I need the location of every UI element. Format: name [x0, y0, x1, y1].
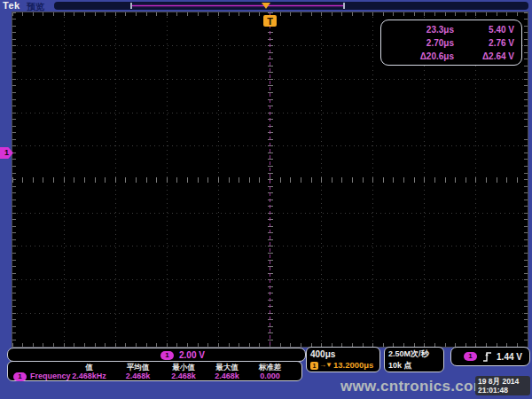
svg-text:T: T: [267, 16, 273, 27]
cursor-b-time: 2.70μs: [383, 36, 454, 50]
record-view-strip[interactable]: [54, 2, 528, 10]
measurement-min: 2.468k: [162, 372, 205, 381]
measurement-value: 2.468kHz: [65, 372, 113, 381]
acquisition-readout-button[interactable]: 2.50M次/秒 10k 点: [384, 347, 444, 372]
cursor-a-voltage: 5.40 V: [454, 23, 514, 36]
horizontal-scale-value: 400μs: [310, 348, 376, 360]
trigger-source-badge: 1: [464, 352, 477, 361]
date-value: 19 8月 2014: [478, 377, 528, 386]
rising-edge-icon: [482, 351, 492, 363]
measurement-header-value: 值: [65, 363, 113, 372]
measurement-header-max: 最大值: [205, 363, 249, 372]
measurement-max: 2.468k: [205, 372, 249, 381]
cursor-b-row: 2.70μs 2.76 V: [381, 36, 514, 50]
measurement-name-cell: 1 Frequency: [10, 372, 65, 381]
cursor-a-row: 23.3μs 5.40 V: [381, 23, 514, 36]
measurement-header-stddev: 标准差: [249, 363, 291, 372]
window-bracket-left-icon: [130, 3, 132, 9]
cursor-a-time: 23.3μs: [383, 23, 454, 36]
measurement-mean: 2.468k: [113, 372, 162, 381]
horizontal-delay-row: 1 →▼ 13.2000μs: [310, 360, 376, 371]
measurement-channel-badge: 1: [13, 372, 27, 381]
record-length-value: 10k 点: [388, 360, 440, 372]
window-bracket-right-icon: [343, 3, 345, 9]
delay-source-badge: 1: [310, 362, 318, 370]
oscilloscope-screen: Tek 预览 T 23.3μs 5.40 V 2.70μs 2.76 V Δ20…: [0, 0, 532, 399]
datetime-box: 19 8月 2014 21:01:48: [475, 376, 530, 395]
measurement-stddev: 0.000: [249, 372, 291, 381]
cursor-delta-voltage: Δ2.64 V: [454, 50, 514, 63]
record-window-line: [131, 5, 344, 6]
measurement-grid: 值 平均值 最小值 最大值 标准差 1 Frequency 2.468kHz 2…: [10, 363, 301, 381]
measurement-header-blank: [10, 363, 65, 372]
measurement-table[interactable]: 值 平均值 最小值 最大值 标准差 1 Frequency 2.468kHz 2…: [7, 361, 302, 381]
trigger-position-flag-icon[interactable]: [262, 3, 270, 9]
trigger-readout-button[interactable]: 1 1.44 V: [450, 347, 530, 366]
sample-rate-value: 2.50M次/秒: [388, 348, 440, 360]
top-status-bar: Tek 预览: [0, 0, 532, 12]
cursor-b-voltage: 2.76 V: [454, 36, 514, 50]
graticule: T 23.3μs 5.40 V 2.70μs 2.76 V Δ20.6μs Δ2…: [12, 12, 528, 348]
measurement-header-min: 最小值: [162, 363, 205, 372]
horizontal-readout-button[interactable]: 400μs 1 →▼ 13.2000μs: [306, 347, 380, 372]
trigger-level-value: 1.44 V: [497, 352, 522, 362]
horizontal-delay-value: 13.2000μs: [333, 360, 373, 371]
measurement-header-mean: 平均值: [113, 363, 162, 372]
delay-arrows-icon: →▼: [319, 360, 332, 371]
tek-logo: Tek: [3, 0, 20, 11]
cursor-delta-time: Δ20.6μs: [383, 50, 454, 63]
time-value: 21:01:48: [478, 386, 528, 395]
watermark: www.cntronics.com: [340, 378, 487, 395]
channel1-readout-button[interactable]: 1 2.00 V: [7, 348, 306, 362]
channel1-badge: 1: [160, 351, 174, 360]
cursor-delta-row: Δ20.6μs Δ2.64 V: [381, 50, 514, 63]
cursor-readout-box: 23.3μs 5.40 V 2.70μs 2.76 V Δ20.6μs Δ2.6…: [380, 20, 522, 66]
channel1-scale-value: 2.00 V: [179, 350, 205, 360]
